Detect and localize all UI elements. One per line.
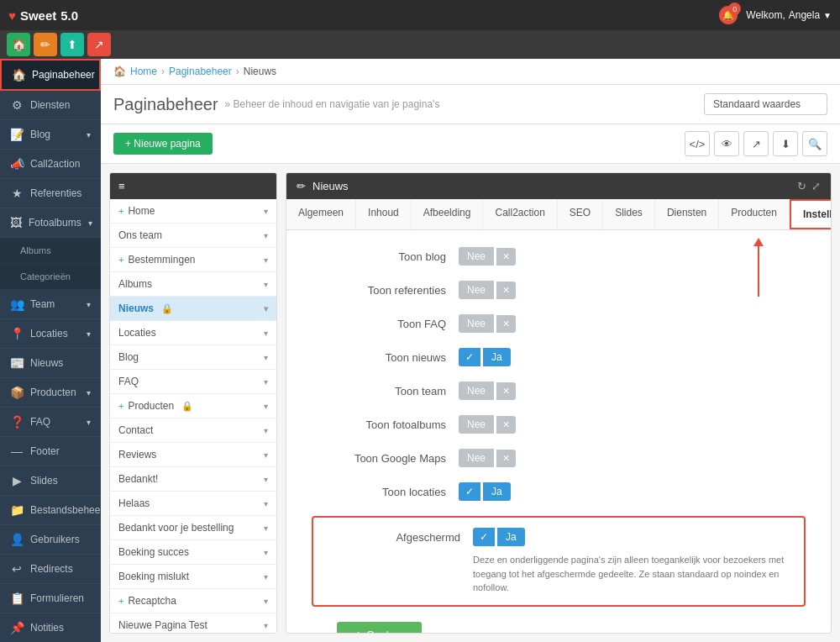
- nav-item-label: Ons team: [118, 229, 162, 241]
- tab-inhoud[interactable]: Inhoud: [356, 199, 412, 229]
- notification-bell[interactable]: 🔔 0: [719, 6, 738, 24]
- nav-item-reviews[interactable]: Reviews ▾: [110, 443, 276, 467]
- toggle-check-button[interactable]: ✓: [459, 482, 480, 501]
- sidebar-item-diensten[interactable]: ⚙ Diensten: [0, 91, 101, 120]
- tab-instellingen[interactable]: Instellingen: [790, 199, 832, 229]
- sidebar-item-producten[interactable]: 📦 Producten ▾: [0, 378, 101, 408]
- right-panel-header-right: ↻ ⤢: [797, 180, 821, 192]
- sidebar-item-blog[interactable]: 📝 Blog ▾: [0, 120, 101, 150]
- toggle-clear-button[interactable]: ✕: [496, 382, 516, 400]
- tab-seo[interactable]: SEO: [558, 199, 603, 229]
- toggle-nee-button[interactable]: Nee: [459, 281, 494, 299]
- sidebar-item-slides[interactable]: ▶ Slides: [0, 466, 101, 496]
- quick-icon-upload[interactable]: ⬆: [60, 33, 84, 56]
- sidebar-item-fotoalbums[interactable]: 🖼 Fotoalbums ▾: [0, 208, 101, 238]
- arrow-line: [758, 246, 759, 297]
- toggle-check-button[interactable]: ✓: [459, 348, 480, 366]
- toggle-check-button[interactable]: ✓: [473, 528, 495, 546]
- tab-producten[interactable]: Producten: [719, 199, 790, 229]
- tab-diensten[interactable]: Diensten: [655, 199, 719, 229]
- quick-icon-edit[interactable]: ✏: [34, 33, 57, 56]
- expand-icon[interactable]: ⤢: [811, 180, 821, 192]
- toggle-clear-button[interactable]: ✕: [496, 416, 516, 434]
- nav-item-nieuws[interactable]: Nieuws 🔒 ▾: [110, 297, 276, 321]
- nav-lock-icon: 🔒: [161, 303, 173, 314]
- toggle-nee-button[interactable]: Nee: [459, 382, 494, 400]
- tab-algemeen[interactable]: Algemeen: [286, 199, 356, 229]
- nav-item-albums[interactable]: Albums ▾: [110, 272, 276, 297]
- nav-item-faq[interactable]: FAQ ▾: [110, 370, 276, 394]
- tab-afbeelding[interactable]: Afbeelding: [412, 199, 484, 229]
- toggle-toon-google-maps: Nee ✕: [459, 449, 516, 467]
- nav-item-recaptcha[interactable]: + Recaptcha ▾: [110, 589, 276, 613]
- toggle-clear-button[interactable]: ✕: [496, 282, 516, 299]
- nav-item-label: Bestemmingen: [128, 254, 195, 266]
- toggle-nee-button[interactable]: Nee: [459, 247, 494, 266]
- quick-icon-home[interactable]: 🏠: [7, 33, 30, 56]
- search-button[interactable]: 🔍: [802, 131, 827, 156]
- toggle-nee-button[interactable]: Nee: [459, 449, 494, 467]
- sidebar-item-formulieren[interactable]: 📋 Formulieren: [0, 584, 101, 613]
- breadcrumb: 🏠 Home › Paginabeheer › Nieuws: [101, 59, 840, 85]
- nav-item-bedankt[interactable]: Bedankt! ▾: [110, 467, 276, 492]
- toggle-nee-button[interactable]: Nee: [459, 314, 494, 333]
- save-button[interactable]: ✓ Opslaan: [337, 622, 422, 634]
- refresh-icon[interactable]: ↻: [797, 180, 806, 192]
- nav-chevron-icon: ▾: [264, 597, 268, 606]
- sidebar-item-label: Blog: [30, 129, 50, 140]
- nav-item-label: Home: [128, 205, 155, 217]
- sidebar-item-categorieen[interactable]: Categorieën: [0, 264, 101, 290]
- sidebar-item-label: Nieuws: [30, 357, 63, 369]
- sidebar-item-paginabeheer[interactable]: 🏠 Paginabeheer: [0, 59, 101, 91]
- download-button[interactable]: ⬇: [773, 131, 798, 156]
- user-menu[interactable]: Welkom, Angela ▼: [746, 9, 832, 21]
- nav-item-label: Albums: [118, 278, 152, 290]
- sidebar-item-locaties[interactable]: 📍 Locaties ▾: [0, 319, 101, 349]
- sidebar-item-redirects[interactable]: ↩ Redirects: [0, 555, 101, 584]
- sidebar-item-call2action[interactable]: 📣 Call2action: [0, 150, 101, 179]
- blog-arrow-icon: ▾: [87, 130, 91, 139]
- toggle-clear-button[interactable]: ✕: [496, 315, 516, 333]
- sidebar-item-label: Formulieren: [30, 592, 84, 604]
- quick-icon-share[interactable]: ↗: [87, 33, 111, 56]
- sidebar-item-team[interactable]: 👥 Team ▾: [0, 290, 101, 319]
- toggle-nee-button[interactable]: Nee: [459, 415, 494, 434]
- nav-item-blog[interactable]: Blog ▾: [110, 345, 276, 370]
- toggle-ja-button[interactable]: Ja: [483, 482, 511, 501]
- toggle-ja-button[interactable]: Ja: [483, 348, 511, 366]
- tab-call2action[interactable]: Call2action: [483, 199, 557, 229]
- sidebar-item-notities[interactable]: 📌 Notities: [0, 613, 101, 642]
- topbar-left: ♥ Sweet 5.0: [8, 8, 78, 23]
- breadcrumb-level1-link[interactable]: Paginabeheer: [169, 66, 232, 77]
- nav-item-bedankt-bestelling[interactable]: Bedankt voor je bestelling ▾: [110, 516, 276, 540]
- nav-item-boeking-succes[interactable]: Boeking succes ▾: [110, 540, 276, 565]
- sidebar-item-nieuws[interactable]: 📰 Nieuws: [0, 349, 101, 378]
- standard-values-dropdown[interactable]: Standaard waardes: [704, 93, 827, 115]
- toggle-clear-button[interactable]: ✕: [496, 248, 516, 266]
- toggle-ja-button[interactable]: Ja: [497, 528, 525, 546]
- sidebar-item-bestandsbeheer[interactable]: 📁 Bestandsbeheer: [0, 496, 101, 525]
- nav-item-producten[interactable]: + Producten 🔒 ▾: [110, 394, 276, 418]
- tab-slides[interactable]: Slides: [603, 199, 655, 229]
- sidebar-item-footer[interactable]: — Footer: [0, 437, 101, 466]
- sidebar-item-albums[interactable]: Albums: [0, 238, 101, 264]
- nav-item-helaas[interactable]: Helaas ▾: [110, 492, 276, 516]
- nav-chevron-icon: ▾: [264, 280, 268, 289]
- sidebar-item-faq[interactable]: ❓ FAQ ▾: [0, 408, 101, 437]
- sidebar-item-gebruikers[interactable]: 👤 Gebruikers: [0, 525, 101, 555]
- nav-item-locaties[interactable]: Locaties ▾: [110, 321, 276, 345]
- code-view-button[interactable]: </>: [685, 131, 710, 156]
- nav-item-ons-team[interactable]: Ons team ▾: [110, 224, 276, 248]
- nav-item-home[interactable]: + Home ▾: [110, 199, 276, 224]
- nav-item-nieuwe-pagina-test[interactable]: Nieuwe Pagina Test ▾: [110, 613, 276, 634]
- nav-item-bestemmingen[interactable]: + Bestemmingen ▾: [110, 248, 276, 272]
- share-button[interactable]: ↗: [743, 131, 769, 156]
- preview-button[interactable]: 👁: [714, 131, 739, 156]
- breadcrumb-home-link[interactable]: Home: [130, 66, 157, 77]
- toggle-clear-button[interactable]: ✕: [496, 450, 516, 467]
- sidebar-item-referenties[interactable]: ★ Referenties: [0, 179, 101, 208]
- page-title-group: Paginabeheer » Beheer de inhoud en navig…: [113, 95, 439, 114]
- new-page-button[interactable]: + Nieuwe pagina: [113, 133, 213, 155]
- nav-item-contact[interactable]: Contact ▾: [110, 418, 276, 443]
- nav-item-boeking-mislukt[interactable]: Boeking mislukt ▾: [110, 565, 276, 589]
